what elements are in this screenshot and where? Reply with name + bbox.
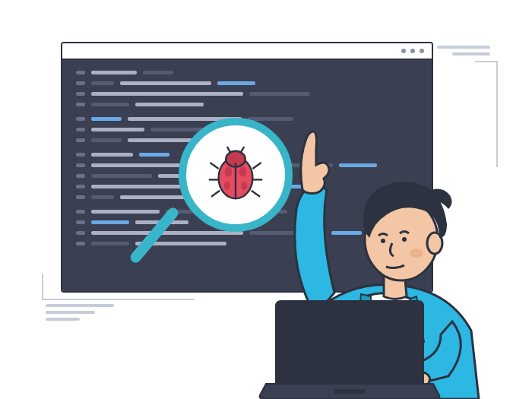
window-control-dot — [410, 49, 415, 53]
svg-line-9 — [227, 147, 231, 153]
svg-point-18 — [402, 237, 407, 242]
svg-point-13 — [224, 182, 230, 190]
window-control-dot — [401, 49, 406, 53]
window-control-dot — [420, 49, 424, 53]
svg-line-3 — [210, 163, 218, 169]
svg-point-17 — [381, 239, 385, 243]
decorative-lines-bottom-left — [46, 304, 122, 321]
laptop-icon — [258, 293, 441, 399]
debugging-illustration — [0, 0, 532, 399]
developer-person — [243, 118, 494, 399]
svg-line-5 — [211, 191, 220, 197]
svg-point-19 — [410, 249, 423, 258]
svg-rect-20 — [334, 389, 365, 394]
window-titlebar — [62, 43, 432, 60]
svg-point-11 — [225, 167, 233, 177]
decorative-lines-top-right — [429, 46, 490, 55]
